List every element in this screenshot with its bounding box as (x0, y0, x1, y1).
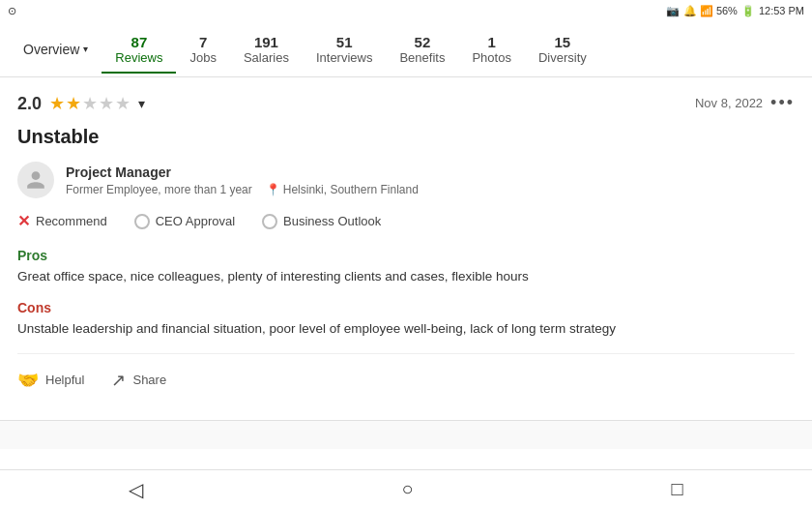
time: 12:53 PM (759, 5, 804, 16)
star-1: ★ (49, 93, 65, 114)
diversity-count: 15 (555, 34, 571, 50)
location-text: Helsinki, Southern Finland (283, 183, 419, 196)
overview-label: Overview (23, 42, 79, 57)
employment-status: Former Employee, more than 1 year (66, 183, 252, 196)
signal-icons: 🔔 📶 56% (683, 5, 738, 17)
reviewer-role: Project Manager (66, 164, 419, 180)
photos-count: 1 (488, 34, 496, 50)
tab-benefits[interactable]: 52 Benefits (386, 26, 458, 73)
battery-icon: 📷 (666, 5, 680, 17)
review-content: 2.0 ★ ★ ★ ★ ★ ▾ Nov 8, 2022 ••• Unstable… (0, 77, 812, 412)
benefits-count: 52 (415, 34, 431, 50)
status-bar: ⊙ 📷 🔔 📶 56% 🔋 12:53 PM (0, 0, 812, 21)
recommend-item: ✕ Recommend (17, 212, 107, 230)
circle-icon-ceo (134, 214, 150, 229)
stars: ★ ★ ★ ★ ★ (49, 93, 130, 114)
business-outlook-item: Business Outlook (262, 214, 381, 229)
bottom-nav: ◁ ○ □ (0, 469, 812, 508)
avatar (17, 162, 54, 198)
pros-text: Great office space, nice colleagues, ple… (17, 267, 795, 286)
reviewer-meta: Former Employee, more than 1 year 📍 Hels… (66, 183, 419, 196)
battery-percent: 🔋 (741, 5, 755, 17)
benefits-label: Benefits (399, 50, 445, 65)
more-options-button[interactable]: ••• (770, 93, 795, 113)
interviews-count: 51 (336, 34, 353, 50)
salaries-count: 191 (254, 34, 278, 50)
rating-row: 2.0 ★ ★ ★ ★ ★ ▾ (17, 93, 145, 114)
interviews-label: Interviews (316, 50, 373, 65)
review-header: 2.0 ★ ★ ★ ★ ★ ▾ Nov 8, 2022 ••• (17, 93, 795, 114)
rating-number: 2.0 (17, 94, 42, 114)
overview-chevron-icon: ▾ (83, 44, 88, 54)
tab-jobs[interactable]: 7 Jobs (176, 26, 229, 73)
recommend-label: Recommend (36, 214, 107, 228)
helpful-label: Helpful (45, 373, 84, 387)
reviewer-info: Project Manager Former Employee, more th… (17, 162, 795, 198)
tab-diversity[interactable]: 15 Diversity (525, 26, 600, 73)
nav-bar: Overview ▾ 87 Reviews 7 Jobs 191 Salarie… (0, 21, 812, 77)
share-button[interactable]: ↗ Share (111, 370, 166, 391)
x-icon: ✕ (17, 212, 30, 230)
tab-photos[interactable]: 1 Photos (458, 26, 524, 73)
star-3: ★ (82, 93, 98, 114)
share-label: Share (132, 373, 166, 387)
back-button[interactable]: ◁ (109, 474, 162, 505)
helpful-icon: 🤝 (17, 370, 39, 391)
ceo-approval-label: CEO Approval (156, 214, 235, 228)
circle-icon-biz (262, 214, 277, 229)
star-4: ★ (99, 93, 114, 114)
status-right: 📷 🔔 📶 56% 🔋 12:53 PM (666, 5, 804, 17)
actions-row: 🤝 Helpful ↗ Share (17, 364, 795, 397)
review-date-text: Nov 8, 2022 (695, 96, 763, 110)
cons-label: Cons (17, 300, 795, 315)
ratings-icons-row: ✕ Recommend CEO Approval Business Outloo… (17, 212, 795, 230)
tab-salaries[interactable]: 191 Salaries (230, 26, 303, 73)
star-5: ★ (115, 93, 130, 114)
reviewer-details: Project Manager Former Employee, more th… (66, 164, 419, 196)
jobs-count: 7 (199, 34, 207, 50)
photos-label: Photos (472, 50, 510, 65)
rating-chevron-icon[interactable]: ▾ (138, 96, 145, 111)
recents-button[interactable]: □ (652, 474, 702, 504)
star-2: ★ (66, 93, 81, 114)
review-title: Unstable (17, 126, 795, 148)
salaries-label: Salaries (244, 50, 289, 65)
location-tag: 📍 Helsinki, Southern Finland (266, 183, 419, 196)
tab-reviews[interactable]: 87 Reviews (102, 26, 176, 73)
status-icon: ⊙ (8, 5, 16, 17)
review-date-row: Nov 8, 2022 ••• (695, 93, 795, 113)
tab-interviews[interactable]: 51 Interviews (303, 26, 387, 73)
home-button[interactable]: ○ (382, 474, 432, 504)
ceo-approval-item: CEO Approval (134, 214, 235, 229)
share-icon: ↗ (111, 370, 126, 391)
next-card-hint (0, 420, 812, 449)
divider (17, 353, 795, 354)
location-pin-icon: 📍 (266, 183, 280, 196)
nav-overview[interactable]: Overview ▾ (10, 34, 102, 65)
business-outlook-label: Business Outlook (283, 214, 381, 228)
reviews-label: Reviews (115, 50, 162, 65)
reviews-count: 87 (131, 34, 148, 50)
helpful-button[interactable]: 🤝 Helpful (17, 370, 84, 391)
diversity-label: Diversity (538, 50, 587, 65)
cons-text: Unstable leadership and financial situat… (17, 319, 795, 339)
status-left: ⊙ (8, 5, 16, 17)
jobs-label: Jobs (189, 50, 216, 65)
pros-label: Pros (17, 248, 795, 263)
